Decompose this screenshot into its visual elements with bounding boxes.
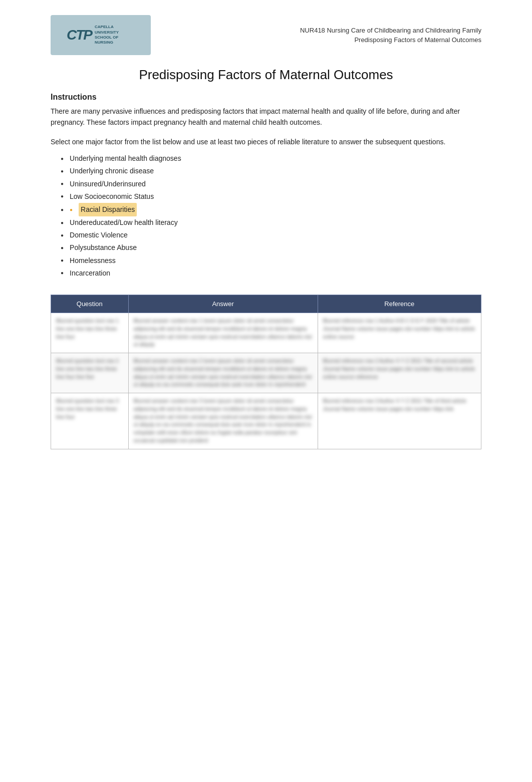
header: CTP CAPELLA UNIVERSITY SCHOOL OF NURSING… [51,15,481,55]
university-logo: CTP CAPELLA UNIVERSITY SCHOOL OF NURSING [51,15,151,55]
instructions-paragraph1: There are many pervasive influences and … [51,106,481,128]
instructions-paragraph2: Select one major factor from the list be… [51,136,481,147]
table-cell-question: Blurred question text row 1 line one lin… [51,313,129,353]
table-cell-reference: Blurred reference row 1 Author A B C D E… [318,313,481,353]
list-item: Homelessness [61,254,481,267]
table-cell-answer: Blurred answer content row 1 lorem ipsum… [128,313,318,353]
course-line2: Predisposing Factors of Maternal Outcome… [300,35,481,45]
list-item: Incarceration [61,267,481,280]
table-cell-answer: Blurred answer content row 2 lorem ipsum… [128,353,318,393]
course-info: NUR418 Nursing Care of Childbearing and … [300,26,481,45]
factors-list: Underlying mental health diagnosesUnderl… [51,152,481,280]
table-cell-question: Blurred question text row 2 line one lin… [51,353,129,393]
list-item-highlighted: ●Racial Disparities [61,203,481,216]
list-item: Low Socioeconomic Status [61,190,481,203]
instructions-section: Instructions There are many pervasive in… [51,93,481,147]
table-row: Blurred question text row 1 line one lin… [51,313,481,353]
list-item: Uninsured/Underinsured [61,178,481,190]
table-cell-reference: Blurred reference row 3 Author X Y Z 202… [318,393,481,449]
table-header-question: Question [51,295,129,313]
list-item: Undereducated/Low health literacy [61,216,481,229]
logo-letters: CTP [67,27,92,43]
course-line1: NUR418 Nursing Care of Childbearing and … [300,26,481,36]
table-cell-question: Blurred question text row 3 line one lin… [51,393,129,449]
table-row: Blurred question text row 2 line one lin… [51,353,481,393]
answer-table: Question Answer Reference Blurred questi… [51,295,481,449]
list-item: Domestic Violence [61,229,481,241]
page-title: Predisposing Factors of Maternal Outcome… [51,67,481,83]
logo-subtext: CAPELLA UNIVERSITY SCHOOL OF NURSING [95,25,135,46]
list-item: Polysubstance Abuse [61,241,481,254]
instructions-heading: Instructions [51,93,481,102]
list-item: Underlying mental health diagnoses [61,152,481,165]
table-cell-answer: Blurred answer content row 3 lorem ipsum… [128,393,318,449]
list-item: Underlying chronic disease [61,165,481,177]
footer-space [51,449,481,650]
table-row: Blurred question text row 3 line one lin… [51,393,481,449]
table-header-reference: Reference [318,295,481,313]
table-cell-reference: Blurred reference row 2 Author X Y Z 202… [318,353,481,393]
page-wrapper: CTP CAPELLA UNIVERSITY SCHOOL OF NURSING… [51,0,481,680]
table-header-answer: Answer [128,295,318,313]
